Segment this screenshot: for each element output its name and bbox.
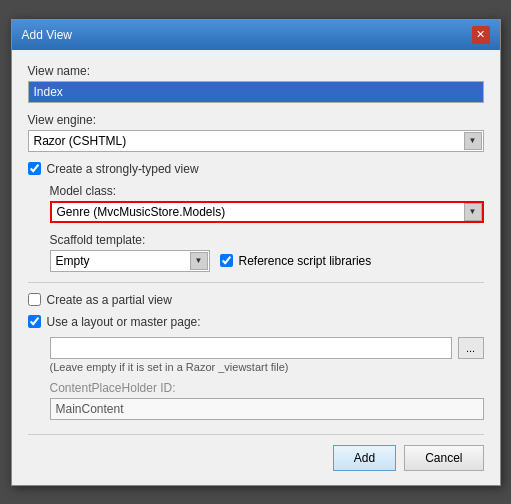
scaffold-select-wrap: Empty Create Delete Details Edit List ▼ bbox=[50, 250, 210, 272]
use-layout-checkbox[interactable] bbox=[28, 315, 41, 328]
reference-scripts-checkbox[interactable] bbox=[220, 254, 233, 267]
dialog-title: Add View bbox=[22, 28, 72, 42]
model-class-select[interactable]: Genre (MvcMusicStore.Models) bbox=[50, 201, 484, 223]
view-name-label: View name: bbox=[28, 64, 484, 78]
model-class-select-wrap: Genre (MvcMusicStore.Models) ▼ bbox=[50, 201, 484, 223]
dialog-content: View name: View engine: Razor (CSHTML) A… bbox=[12, 50, 500, 485]
view-name-group: View name: bbox=[28, 64, 484, 103]
model-class-group: Model class: Genre (MvcMusicStore.Models… bbox=[50, 184, 484, 223]
strongly-typed-row: Create a strongly-typed view bbox=[28, 162, 484, 176]
close-button[interactable]: ✕ bbox=[472, 26, 490, 44]
content-placeholder-input bbox=[50, 398, 484, 420]
scaffold-template-group: Scaffold template: Empty Create Delete D… bbox=[50, 233, 484, 272]
partial-view-checkbox[interactable] bbox=[28, 293, 41, 306]
divider-1 bbox=[28, 282, 484, 283]
scaffold-template-label: Scaffold template: bbox=[50, 233, 484, 247]
button-row: Add Cancel bbox=[28, 434, 484, 471]
strongly-typed-checkbox[interactable] bbox=[28, 162, 41, 175]
layout-path-row: ... bbox=[50, 337, 484, 359]
view-engine-label: View engine: bbox=[28, 113, 484, 127]
view-engine-select-wrap: Razor (CSHTML) ASPX ▼ bbox=[28, 130, 484, 152]
partial-view-row: Create as a partial view bbox=[28, 293, 484, 307]
browse-button[interactable]: ... bbox=[458, 337, 484, 359]
add-button[interactable]: Add bbox=[333, 445, 396, 471]
reference-scripts-group: Reference script libraries bbox=[220, 254, 372, 268]
partial-view-label[interactable]: Create as a partial view bbox=[47, 293, 172, 307]
view-name-input[interactable] bbox=[28, 81, 484, 103]
layout-path-input[interactable] bbox=[50, 337, 452, 359]
model-class-section: Model class: Genre (MvcMusicStore.Models… bbox=[50, 184, 484, 272]
scaffold-row: Empty Create Delete Details Edit List ▼ … bbox=[50, 250, 484, 272]
title-bar: Add View ✕ bbox=[12, 20, 500, 50]
model-class-label: Model class: bbox=[50, 184, 484, 198]
strongly-typed-label[interactable]: Create a strongly-typed view bbox=[47, 162, 199, 176]
use-layout-row: Use a layout or master page: bbox=[28, 315, 484, 329]
scaffold-template-select[interactable]: Empty Create Delete Details Edit List bbox=[50, 250, 210, 272]
layout-section: ... (Leave empty if it is set in a Razor… bbox=[50, 337, 484, 420]
cancel-button[interactable]: Cancel bbox=[404, 445, 483, 471]
content-placeholder-label: ContentPlaceHolder ID: bbox=[50, 381, 484, 395]
layout-hint: (Leave empty if it is set in a Razor _vi… bbox=[50, 361, 484, 373]
reference-scripts-label[interactable]: Reference script libraries bbox=[239, 254, 372, 268]
view-engine-group: View engine: Razor (CSHTML) ASPX ▼ bbox=[28, 113, 484, 152]
view-engine-select[interactable]: Razor (CSHTML) ASPX bbox=[28, 130, 484, 152]
add-view-dialog: Add View ✕ View name: View engine: Razor… bbox=[11, 19, 501, 486]
use-layout-label[interactable]: Use a layout or master page: bbox=[47, 315, 201, 329]
